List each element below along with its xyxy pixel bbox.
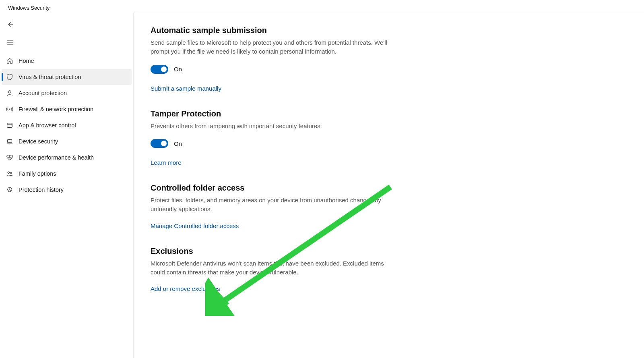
sidebar-item-label: Device security <box>18 138 58 145</box>
svg-rect-2 <box>7 123 12 128</box>
sidebar-item-firewall[interactable]: Firewall & network protection <box>2 101 132 117</box>
sidebar-item-virus-threat[interactable]: Virus & threat protection <box>2 69 132 85</box>
section-title: Automatic sample submission <box>151 26 392 35</box>
app-title: Windows Security <box>0 0 644 11</box>
heartbeat-icon <box>2 154 18 161</box>
sidebar-item-history[interactable]: Protection history <box>2 182 132 198</box>
svg-point-0 <box>8 91 11 93</box>
sidebar: Home Virus & threat protection Account p… <box>0 11 133 358</box>
section-exclusions: Exclusions Microsoft Defender Antivirus … <box>151 247 392 293</box>
antenna-icon <box>2 106 18 113</box>
section-controlled-folder: Controlled folder access Protect files, … <box>151 183 392 230</box>
hamburger-icon <box>7 40 13 45</box>
section-desc: Prevents others from tampering with impo… <box>151 122 392 131</box>
sidebar-item-account[interactable]: Account protection <box>2 85 132 101</box>
toggle-state-label: On <box>174 140 182 147</box>
sidebar-item-label: Protection history <box>18 187 64 193</box>
svg-point-5 <box>10 172 12 174</box>
section-auto-sample: Automatic sample submission Send sample … <box>151 26 392 92</box>
sidebar-item-label: Device performance & health <box>18 154 94 161</box>
section-desc: Microsoft Defender Antivirus won't scan … <box>151 259 392 277</box>
add-remove-exclusions-link[interactable]: Add or remove exclusions <box>151 285 220 292</box>
section-tamper: Tamper Protection Prevents others from t… <box>151 109 392 167</box>
sidebar-item-label: Family options <box>18 170 56 177</box>
svg-point-1 <box>9 109 10 110</box>
tamper-toggle[interactable] <box>151 139 168 148</box>
svg-marker-8 <box>207 293 229 313</box>
shield-icon <box>2 73 18 81</box>
back-button[interactable] <box>2 17 18 33</box>
section-title: Exclusions <box>151 247 392 256</box>
home-icon <box>2 57 18 64</box>
family-icon <box>2 170 18 177</box>
nav-list: Home Virus & threat protection Account p… <box>0 53 133 198</box>
learn-more-link[interactable]: Learn more <box>151 159 182 166</box>
sidebar-item-home[interactable]: Home <box>2 53 132 69</box>
svg-point-4 <box>8 172 10 174</box>
toggle-state-label: On <box>174 66 182 73</box>
sidebar-item-app-browser[interactable]: App & browser control <box>2 117 132 133</box>
arrow-left-icon <box>7 21 13 28</box>
section-title: Controlled folder access <box>151 183 392 193</box>
sidebar-item-label: Virus & threat protection <box>18 74 81 80</box>
history-icon <box>2 186 18 193</box>
auto-sample-toggle[interactable] <box>151 65 168 74</box>
section-desc: Send sample files to Microsoft to help p… <box>151 38 392 56</box>
sidebar-item-family[interactable]: Family options <box>2 166 132 182</box>
manage-cfa-link[interactable]: Manage Controlled folder access <box>151 222 239 229</box>
sidebar-item-label: App & browser control <box>18 122 76 129</box>
section-title: Tamper Protection <box>151 109 392 118</box>
svg-rect-3 <box>8 140 12 143</box>
sidebar-item-device-security[interactable]: Device security <box>2 133 132 149</box>
main-content: Automatic sample submission Send sample … <box>133 11 644 358</box>
sidebar-item-label: Home <box>18 58 34 64</box>
laptop-icon <box>2 138 18 145</box>
section-desc: Protect files, folders, and memory areas… <box>151 196 392 214</box>
sidebar-item-device-health[interactable]: Device performance & health <box>2 149 132 166</box>
hamburger-button[interactable] <box>2 34 18 50</box>
person-icon <box>2 89 18 97</box>
window-icon <box>2 122 18 129</box>
sidebar-item-label: Firewall & network protection <box>18 106 93 112</box>
submit-sample-link[interactable]: Submit a sample manually <box>151 85 221 92</box>
sidebar-item-label: Account protection <box>18 90 67 96</box>
